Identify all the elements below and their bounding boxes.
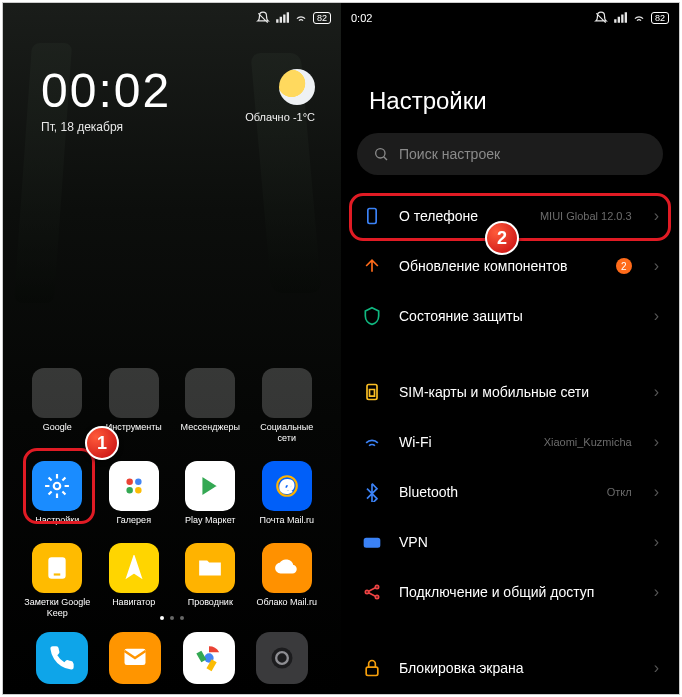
setting-trail: MIUI Global 12.0.3 <box>540 210 632 222</box>
setting-trail: Xiaomi_Kuzmicha <box>544 436 632 448</box>
chevron-right-icon: › <box>654 483 659 501</box>
setting-label: Bluetooth <box>399 483 591 501</box>
svg-point-11 <box>272 648 293 669</box>
chevron-right-icon: › <box>654 307 659 325</box>
dock-camera[interactable] <box>256 632 308 684</box>
svg-point-4 <box>134 486 143 495</box>
dock-messages[interactable] <box>109 632 161 684</box>
step-badge-2: 2 <box>485 221 519 255</box>
svg-rect-14 <box>368 209 376 224</box>
app-label: Галерея <box>116 515 151 525</box>
setting-label: Состояние защиты <box>399 307 638 325</box>
lock-icon <box>361 657 383 679</box>
folder-google[interactable]: Google <box>21 368 94 443</box>
svg-point-13 <box>376 149 385 158</box>
weather-widget[interactable]: Облачно -1°C <box>245 69 315 123</box>
setting-bluetooth[interactable]: BluetoothОткл› <box>341 467 679 517</box>
search-icon <box>373 146 389 162</box>
svg-point-19 <box>375 585 378 588</box>
sim-icon <box>361 381 383 403</box>
home-screen: 82 00:02 Пт, 18 декабря Облачно -1°C Goo… <box>3 3 341 694</box>
svg-point-18 <box>365 590 368 593</box>
wifi-icon <box>294 11 308 25</box>
app-label: Проводник <box>188 597 233 607</box>
folder-мессенджеры[interactable]: Мессенджеры <box>174 368 247 443</box>
app-проводник[interactable]: Проводник <box>174 543 247 618</box>
setting-label: Блокировка экрана <box>399 659 638 677</box>
app-label: Настройки <box>35 515 79 525</box>
page-indicator <box>3 616 341 620</box>
weather-icon <box>279 69 315 105</box>
settings-screen: 0:02 82 Настройки Поиск настроек О телеф… <box>341 3 679 694</box>
dnd-icon <box>594 11 608 25</box>
svg-rect-15 <box>367 385 377 400</box>
app-навигатор[interactable]: Навигатор <box>98 543 171 618</box>
app-почта-mail.ru[interactable]: @Почта Mail.ru <box>251 461 324 525</box>
setting-label: SIM-карты и мобильные сети <box>399 383 638 401</box>
folder-социальные-сети[interactable]: Социальные сети <box>251 368 324 443</box>
shield-icon <box>361 305 383 327</box>
share-icon <box>361 581 383 603</box>
setting-sim[interactable]: SIM-карты и мобильные сети› <box>341 367 679 417</box>
battery-indicator: 82 <box>651 12 669 24</box>
app-label: Облако Mail.ru <box>256 597 317 607</box>
wifi-icon <box>632 11 646 25</box>
setting-wifi[interactable]: Wi-FiXiaomi_Kuzmicha› <box>341 417 679 467</box>
app-label: Навигатор <box>112 597 155 607</box>
notification-badge: 2 <box>616 258 632 274</box>
search-input[interactable]: Поиск настроек <box>357 133 663 175</box>
chevron-right-icon: › <box>654 257 659 275</box>
battery-indicator: 82 <box>313 12 331 24</box>
app-галерея[interactable]: Галерея <box>98 461 171 525</box>
svg-rect-21 <box>366 667 378 675</box>
setting-shield[interactable]: Состояние защиты› <box>341 291 679 341</box>
svg-text:VPN: VPN <box>366 540 378 546</box>
chevron-right-icon: › <box>654 533 659 551</box>
setting-label: VPN <box>399 533 638 551</box>
chevron-right-icon: › <box>654 659 659 677</box>
dock-chrome[interactable] <box>183 632 235 684</box>
folder-label: Google <box>43 422 72 432</box>
setting-label: Обновление компонентов <box>399 257 600 275</box>
svg-point-2 <box>134 477 143 486</box>
search-placeholder: Поиск настроек <box>399 146 500 162</box>
clock-date: Пт, 18 декабря <box>41 120 171 134</box>
setting-label: Подключение и общий доступ <box>399 583 638 601</box>
status-bar: 0:02 82 <box>341 3 679 33</box>
bluetooth-icon <box>361 481 383 503</box>
phone-device-icon <box>361 205 383 227</box>
dock <box>3 632 341 684</box>
dnd-icon <box>256 11 270 25</box>
weather-text: Облачно -1°C <box>245 111 315 123</box>
svg-text:@: @ <box>279 477 294 494</box>
signal-icon <box>275 11 289 25</box>
chevron-right-icon: › <box>654 383 659 401</box>
app-облако-mail.ru[interactable]: Облако Mail.ru <box>251 543 324 618</box>
step-badge-1: 1 <box>85 426 119 460</box>
app-настройки[interactable]: Настройки <box>21 461 94 525</box>
signal-icon <box>613 11 627 25</box>
svg-point-1 <box>125 477 134 486</box>
setting-share[interactable]: Подключение и общий доступ› <box>341 567 679 617</box>
chevron-right-icon: › <box>654 583 659 601</box>
app-play-маркет[interactable]: Play Маркет <box>174 461 247 525</box>
svg-point-3 <box>125 486 134 495</box>
wifi-icon <box>361 431 383 453</box>
folder-label: Мессенджеры <box>181 422 240 432</box>
chevron-right-icon: › <box>654 433 659 451</box>
svg-point-20 <box>375 595 378 598</box>
setting-trail: Откл <box>607 486 632 498</box>
dock-phone[interactable] <box>36 632 88 684</box>
status-time: 0:02 <box>351 12 372 24</box>
setting-vpn[interactable]: VPNVPN› <box>341 517 679 567</box>
setting-label: Wi-Fi <box>399 433 528 451</box>
setting-lock[interactable]: Блокировка экрана› <box>341 643 679 693</box>
app-заметки-google-keep[interactable]: Заметки Google Keep <box>21 543 94 618</box>
svg-point-0 <box>54 483 61 490</box>
app-label: Заметки Google Keep <box>21 597 94 618</box>
chevron-right-icon: › <box>654 207 659 225</box>
page-title: Настройки <box>369 87 679 115</box>
clock-widget[interactable]: 00:02 Пт, 18 декабря <box>41 63 171 134</box>
vpn-icon: VPN <box>361 531 383 553</box>
app-label: Почта Mail.ru <box>260 515 315 525</box>
